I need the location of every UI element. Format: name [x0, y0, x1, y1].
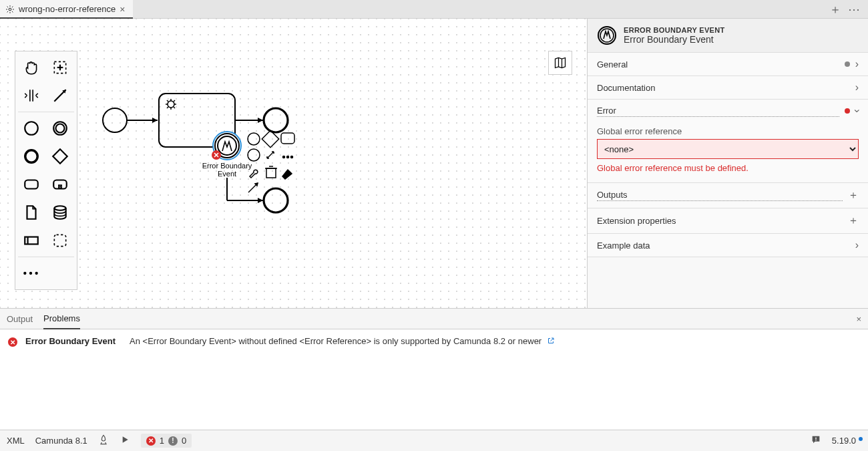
section-general[interactable]: General ›	[588, 53, 868, 76]
svg-point-68	[29, 272, 32, 275]
svg-point-42	[291, 156, 293, 158]
validation-message: Global error reference must be defined.	[597, 163, 859, 173]
bottom-tabs: Output Problems ×	[0, 308, 868, 329]
tool-connect[interactable]	[47, 82, 73, 109]
tab-output[interactable]: Output	[7, 309, 33, 329]
panel-header: ERROR BOUNDARY EVENT Error Boundary Even…	[588, 19, 868, 53]
svg-line-8	[12, 6, 13, 7]
chevron-right-icon: ›	[855, 239, 859, 251]
svg-point-41	[287, 156, 289, 158]
tool-pool[interactable]	[18, 227, 45, 254]
error-icon: ✕	[8, 337, 17, 347]
tabbar: wrong-no-error-reference × ＋ ⋯	[0, 0, 868, 19]
error-dot-icon	[845, 108, 850, 114]
svg-rect-43	[266, 168, 276, 178]
deploy-button[interactable]	[98, 434, 109, 447]
svg-line-20	[174, 107, 175, 108]
close-icon[interactable]: ×	[856, 314, 861, 324]
svg-line-5	[7, 6, 8, 7]
field-label: Global error reference	[597, 126, 859, 136]
tool-space[interactable]	[18, 82, 45, 109]
svg-line-19	[167, 100, 168, 102]
tool-data-store[interactable]	[47, 199, 73, 226]
svg-point-34	[264, 188, 288, 212]
section-example[interactable]: Example data ›	[588, 234, 868, 257]
svg-rect-59	[53, 180, 67, 189]
chevron-right-icon: ›	[855, 58, 859, 70]
tool-group[interactable]	[47, 227, 73, 254]
tool-lasso[interactable]	[47, 54, 73, 81]
tool-data-object[interactable]	[18, 199, 45, 226]
tool-hand[interactable]	[18, 54, 45, 81]
svg-point-40	[283, 156, 285, 158]
tabbar-actions: ＋ ⋯	[829, 0, 868, 18]
tab-problems[interactable]: Problems	[43, 309, 80, 329]
properties-panel: ERROR BOUNDARY EVENT Error Boundary Even…	[588, 19, 868, 308]
status-xml[interactable]: XML	[7, 436, 25, 446]
svg-point-63	[54, 206, 65, 210]
canvas[interactable]: Error Boundary Event	[0, 19, 588, 308]
add-icon[interactable]: ＋	[848, 188, 859, 202]
svg-point-67	[23, 272, 26, 275]
tool-task[interactable]	[18, 171, 45, 198]
svg-point-55	[56, 124, 65, 133]
add-icon[interactable]: ＋	[848, 214, 859, 228]
svg-rect-72	[815, 438, 816, 440]
new-tab-button[interactable]: ＋	[829, 3, 841, 15]
error-icon: ✕	[146, 436, 156, 446]
run-button[interactable]	[120, 434, 130, 447]
file-tab[interactable]: wrong-no-error-reference ×	[0, 0, 133, 18]
close-icon[interactable]: ×	[120, 4, 125, 15]
state-dot-icon	[845, 61, 850, 67]
svg-line-39	[267, 152, 274, 158]
section-extension[interactable]: Extension properties ＋	[588, 208, 868, 234]
context-pad	[248, 130, 294, 192]
svg-line-21	[167, 107, 168, 108]
chevron-down-icon: ›	[851, 109, 863, 112]
section-outputs[interactable]: Outputs ＋	[588, 183, 868, 208]
external-link-icon[interactable]	[547, 337, 555, 345]
chevron-right-icon: ›	[855, 82, 859, 94]
tool-start-event[interactable]	[18, 115, 45, 142]
status-bar: XML Camunda 8.1 ✕ 1 ! 0 5.19.0	[0, 430, 868, 451]
problem-row[interactable]: Error Boundary Event An <Error Boundary …	[25, 336, 555, 346]
problem-message: An <Error Boundary Event> without define…	[130, 336, 541, 346]
panel-name: Error Boundary Event	[624, 34, 724, 45]
svg-point-24	[264, 108, 288, 132]
gear-icon	[5, 5, 15, 14]
panel-type: ERROR BOUNDARY EVENT	[624, 26, 724, 34]
file-tab-title: wrong-no-error-reference	[19, 4, 116, 14]
tool-end-event[interactable]	[18, 143, 45, 170]
error-event-icon	[597, 25, 617, 45]
more-menu-button[interactable]: ⋯	[848, 3, 860, 15]
problems-panel: ✕ Error Boundary Event An <Error Boundar…	[0, 329, 868, 430]
svg-point-38	[248, 149, 260, 161]
svg-rect-66	[54, 235, 65, 246]
svg-rect-57	[53, 149, 67, 163]
feedback-button[interactable]	[811, 434, 821, 447]
svg-point-69	[35, 272, 38, 275]
version-label[interactable]: 5.19.0	[832, 436, 861, 446]
svg-line-6	[12, 11, 13, 11]
section-documentation[interactable]: Documentation ›	[588, 76, 868, 100]
section-error: Error › Global error reference <none> Gl…	[588, 100, 868, 183]
svg-text:Event: Event	[218, 170, 236, 178]
tool-intermediate-event[interactable]	[47, 115, 73, 142]
palette	[15, 51, 77, 290]
svg-point-0	[9, 8, 11, 11]
tool-subprocess[interactable]	[47, 171, 73, 198]
svg-point-53	[25, 122, 38, 135]
svg-rect-58	[25, 180, 38, 189]
problem-source: Error Boundary Event	[25, 336, 116, 346]
global-error-ref-select[interactable]: <none>	[597, 139, 859, 159]
svg-rect-73	[815, 440, 816, 440]
svg-point-11	[103, 108, 127, 132]
svg-rect-37	[281, 133, 294, 144]
element-label: Error Boundary	[202, 162, 252, 170]
tool-gateway[interactable]	[47, 143, 73, 170]
status-error-counter[interactable]: ✕ 1 ! 0	[141, 434, 192, 448]
status-platform[interactable]: Camunda 8.1	[35, 436, 87, 446]
content-area: Error Boundary Event	[0, 19, 868, 308]
section-error-head[interactable]: Error ›	[588, 100, 868, 122]
tool-more[interactable]	[18, 260, 45, 287]
